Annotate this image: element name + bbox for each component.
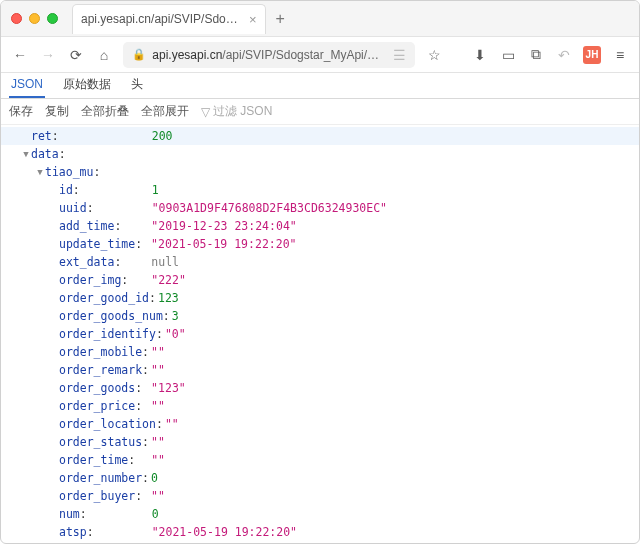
minimize-window-button[interactable] — [29, 13, 40, 24]
json-value: "222" — [151, 271, 186, 289]
reload-icon[interactable]: ⟳ — [67, 46, 85, 64]
json-value: 1 — [152, 181, 159, 199]
json-value: "0903A1D9F476808D2F4B3CD6324930EC" — [152, 199, 387, 217]
json-value: "" — [151, 433, 165, 451]
json-key: add_time — [59, 217, 114, 235]
home-icon[interactable]: ⌂ — [95, 46, 113, 64]
tab-close-icon[interactable]: × — [249, 12, 257, 27]
browser-tab[interactable]: api.yesapi.cn/api/SVIP/Sdogstar_MyApi × — [72, 4, 266, 34]
json-value: "" — [151, 343, 165, 361]
json-tree[interactable]: ret:200▼data:▼tiao_mu:id:1uuid:"0903A1D9… — [1, 125, 639, 543]
copy-button[interactable]: 复制 — [45, 103, 69, 120]
json-key: uuid — [59, 199, 87, 217]
json-key: order_number — [59, 469, 142, 487]
json-row-order_goods_num[interactable]: order_goods_num:3 — [1, 307, 639, 325]
json-row-order_img[interactable]: order_img:"222" — [1, 271, 639, 289]
hamburger-menu-icon[interactable]: ≡ — [611, 46, 629, 64]
bookmark-star-icon[interactable]: ☆ — [425, 46, 443, 64]
json-row-atsp[interactable]: atsp:"2021-05-19 19:22:20" — [1, 523, 639, 541]
back-icon[interactable]: ← — [11, 46, 29, 64]
forward-icon[interactable]: → — [39, 46, 57, 64]
tab-title: api.yesapi.cn/api/SVIP/Sdogstar_MyApi — [81, 12, 241, 26]
collapse-toggle-icon[interactable]: ▼ — [21, 145, 31, 163]
close-window-button[interactable] — [11, 13, 22, 24]
json-value: "" — [151, 397, 165, 415]
json-row-order_number[interactable]: order_number:0 — [1, 469, 639, 487]
json-key: order_remark — [59, 361, 142, 379]
json-row-order_location[interactable]: order_location:"" — [1, 415, 639, 433]
json-key: order_identify — [59, 325, 156, 343]
tab-raw[interactable]: 原始数据 — [61, 71, 113, 98]
json-row-order_status[interactable]: order_status:"" — [1, 433, 639, 451]
json-row-ret[interactable]: ret:200 — [1, 127, 639, 145]
browser-window: api.yesapi.cn/api/SVIP/Sdogstar_MyApi × … — [0, 0, 640, 544]
download-icon[interactable]: ⬇ — [471, 46, 489, 64]
expand-all-button[interactable]: 全部展开 — [141, 103, 189, 120]
json-key: order_mobile — [59, 343, 142, 361]
titlebar: api.yesapi.cn/api/SVIP/Sdogstar_MyApi × … — [1, 1, 639, 37]
url-bar[interactable]: 🔒 api.yesapi.cn/api/SVIP/Sdogstar_MyApi/… — [123, 42, 415, 68]
json-value: null — [151, 253, 179, 271]
filter-icon: ▽ — [201, 105, 210, 119]
json-value: 123 — [158, 289, 179, 307]
filter-json-input[interactable]: ▽ 过滤 JSON — [201, 103, 272, 120]
tab-json[interactable]: JSON — [9, 72, 45, 98]
json-row-data[interactable]: ▼data: — [1, 145, 639, 163]
json-value: "" — [151, 487, 165, 505]
json-row-tiao_mu[interactable]: ▼tiao_mu: — [1, 163, 639, 181]
json-value: 3 — [172, 307, 179, 325]
tab-headers[interactable]: 头 — [129, 71, 145, 98]
json-key: order_good_id — [59, 289, 149, 307]
maximize-window-button[interactable] — [47, 13, 58, 24]
json-value: 0 — [152, 505, 159, 523]
reader-mode-icon[interactable]: ☰ — [392, 46, 407, 64]
json-row-order_goods[interactable]: order_goods:"123" — [1, 379, 639, 397]
save-button[interactable]: 保存 — [9, 103, 33, 120]
json-key: data — [31, 145, 59, 163]
undo-icon[interactable]: ↶ — [555, 46, 573, 64]
screenshot-crop-icon[interactable]: ⧉ — [527, 46, 545, 64]
profile-badge[interactable]: JH — [583, 46, 601, 64]
collapse-all-button[interactable]: 全部折叠 — [81, 103, 129, 120]
json-row-id[interactable]: id:1 — [1, 181, 639, 199]
url-text: api.yesapi.cn/api/SVIP/Sdogstar_MyApi/AH… — [152, 48, 385, 62]
window-controls — [11, 13, 58, 24]
json-row-uuid[interactable]: uuid:"0903A1D9F476808D2F4B3CD6324930EC" — [1, 199, 639, 217]
json-key: order_price — [59, 397, 135, 415]
collapse-toggle-icon[interactable]: ▼ — [35, 163, 45, 181]
new-tab-button[interactable]: + — [276, 10, 285, 28]
json-row-order_remark[interactable]: order_remark:"" — [1, 361, 639, 379]
json-row-update_time[interactable]: update_time:"2021-05-19 19:22:20" — [1, 235, 639, 253]
json-key: tiao_mu — [45, 163, 93, 181]
json-key: id — [59, 181, 73, 199]
json-row-order_price[interactable]: order_price:"" — [1, 397, 639, 415]
json-value: 200 — [152, 127, 173, 145]
json-value: "2021-05-19 19:22:20" — [151, 235, 296, 253]
json-row-api_version[interactable]: api_version:"v1.1" — [1, 541, 639, 543]
json-row-add_time[interactable]: add_time:"2019-12-23 23:24:04" — [1, 217, 639, 235]
json-value: "" — [151, 451, 165, 469]
filter-placeholder: 过滤 JSON — [213, 103, 272, 120]
json-value: "" — [165, 415, 179, 433]
json-row-order_mobile[interactable]: order_mobile:"" — [1, 343, 639, 361]
json-key: order_goods_num — [59, 307, 163, 325]
json-value: "" — [151, 361, 165, 379]
json-value: "0" — [165, 325, 186, 343]
json-row-order_buyer[interactable]: order_buyer:"" — [1, 487, 639, 505]
json-row-order_time[interactable]: order_time:"" — [1, 451, 639, 469]
json-key: atsp — [59, 523, 87, 541]
nav-toolbar: ← → ⟳ ⌂ 🔒 api.yesapi.cn/api/SVIP/Sdogsta… — [1, 37, 639, 73]
json-value: "v1.1" — [151, 541, 193, 543]
json-row-num[interactable]: num:0 — [1, 505, 639, 523]
json-row-ext_data[interactable]: ext_data:null — [1, 253, 639, 271]
sidebar-panel-icon[interactable]: ▭ — [499, 46, 517, 64]
json-row-order_good_id[interactable]: order_good_id:123 — [1, 289, 639, 307]
json-value: 0 — [151, 469, 158, 487]
json-key: update_time — [59, 235, 135, 253]
json-key: order_img — [59, 271, 121, 289]
json-key: order_status — [59, 433, 142, 451]
json-value: "123" — [151, 379, 186, 397]
json-row-order_identify[interactable]: order_identify:"0" — [1, 325, 639, 343]
lock-icon: 🔒 — [131, 46, 146, 64]
json-key: api_version — [45, 541, 121, 543]
